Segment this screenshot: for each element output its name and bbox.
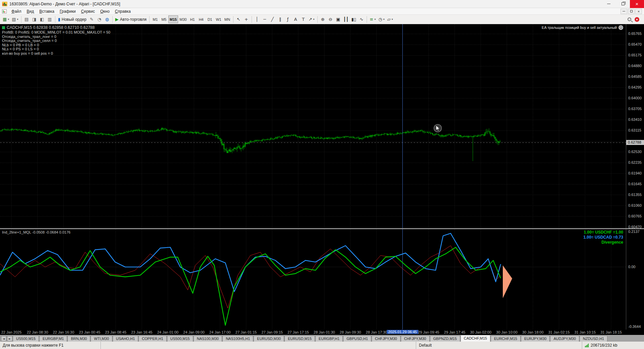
time-axis[interactable]: 22 Jan 202522 Jan 08:3022 Jan 16:3023 Ja…: [0, 330, 644, 335]
chart-tab-wti-m30[interactable]: WTI,M30: [91, 336, 112, 342]
menu-window[interactable]: Окно: [98, 8, 112, 14]
zoom-out-button[interactable]: ⊖: [327, 15, 334, 23]
line-chart-icon: ∿: [360, 17, 363, 21]
new-chart-button[interactable]: ▦▾: [1, 15, 10, 23]
time-label: 30 Jan 18:00: [522, 330, 544, 334]
indicator-pane[interactable]: Ind_2line+1_MQL -0.0508 -0.0684 0.0176 1…: [0, 229, 626, 330]
timeframe-h4[interactable]: H4: [197, 15, 206, 23]
arrows-button[interactable]: ↗▾: [307, 15, 316, 23]
periods-list-button[interactable]: ◷▾: [377, 15, 386, 23]
chart-tab-copper-h1[interactable]: COPPER,H1: [139, 336, 167, 342]
mdi-restore-button[interactable]: [628, 9, 635, 14]
indicator-lines-layer: [0, 229, 626, 330]
price-label: 0.64880: [628, 64, 642, 68]
price-label: 0.61355: [628, 193, 642, 197]
chart-tab-nas100-m30[interactable]: NAS100,M30: [194, 336, 222, 342]
timeframe-m5[interactable]: M5: [160, 15, 168, 23]
navigator-button[interactable]: ◧: [38, 15, 46, 23]
chart-tab-us500-m15[interactable]: US500,M15: [167, 336, 193, 342]
price-axis[interactable]: 0.657650.654700.651750.648800.645850.642…: [626, 24, 644, 330]
timeframe-w1[interactable]: W1: [214, 15, 223, 23]
new-order-button[interactable]: ▮Новый ордер: [57, 15, 88, 23]
tabs-scroll-right[interactable]: ►: [7, 336, 12, 341]
timeframe-m1[interactable]: M1: [151, 15, 160, 23]
templates-button[interactable]: ▱▾: [386, 15, 394, 23]
candlesticks-button[interactable]: ▮▯: [350, 15, 358, 23]
mdi-close-button[interactable]: ×: [635, 9, 642, 14]
chart-window-icon[interactable]: [2, 9, 7, 13]
main-chart-pane[interactable]: CADCHF,M15 0.62838 0.62858 0.62710 0.627…: [0, 24, 626, 228]
restore-button[interactable]: [616, 0, 630, 8]
chart-tab-chfjpy-m30[interactable]: CHFJPY,M30: [401, 336, 430, 342]
cursor-button[interactable]: ↖: [235, 15, 243, 23]
strategy-tester-button[interactable]: ◔: [96, 15, 103, 23]
menu-view[interactable]: Вид: [24, 8, 37, 14]
trendline-button[interactable]: ╱: [269, 15, 276, 23]
text-label-icon: T: [302, 17, 305, 21]
zoom-in-button[interactable]: ⊕: [319, 15, 327, 23]
tabs-scroll-left[interactable]: ◄: [1, 336, 6, 341]
chart-tab-brn-m30[interactable]: BRN,M30: [67, 336, 90, 342]
chart-tab-audjpy-m30[interactable]: AUDJPY,M30: [550, 336, 579, 342]
auto-trading-button[interactable]: ▶Авто-торговля: [114, 15, 148, 23]
menu-file[interactable]: Файл: [9, 8, 24, 14]
chart-tab-gbpnzd-m15[interactable]: GBPNZD,M15: [430, 336, 460, 342]
chart-tab-nas100h5-h1[interactable]: NAS100H5,H1: [222, 336, 253, 342]
search-icon[interactable]: [628, 17, 631, 21]
close-button[interactable]: ×: [630, 0, 644, 8]
menu-charts[interactable]: Графики: [57, 8, 78, 14]
timeframe-h1[interactable]: H1: [188, 15, 197, 23]
chart-tab-gbpusd-h1[interactable]: GBPUSD,H1: [343, 336, 371, 342]
chart-tab-chfjpy-m30[interactable]: CHFJPY,M30: [372, 336, 400, 342]
chart-tab-cadchf-m15[interactable]: CADCHF,M15: [461, 335, 490, 342]
notifications-icon[interactable]: ●: [635, 17, 639, 22]
chart-area[interactable]: CADCHF,M15 0.62838 0.62858 0.62710 0.627…: [0, 24, 644, 330]
crosshair-time-label: 2025.01.29 06:45: [387, 330, 418, 334]
pane-separator[interactable]: [0, 228, 644, 229]
chart-tab-us500-m15[interactable]: US500,M15: [13, 336, 39, 342]
menu-help[interactable]: Справка: [112, 8, 133, 14]
mql5-community-button[interactable]: ◍: [103, 15, 111, 23]
indicators-list-button[interactable]: ≡▾: [368, 15, 377, 23]
dropdown-arrow-icon: ▾: [374, 18, 376, 21]
price-label: 0.60765: [628, 214, 642, 218]
status-profile[interactable]: Default: [416, 342, 582, 349]
timeframe-m15[interactable]: M15: [168, 15, 178, 23]
crosshair-button[interactable]: +: [243, 15, 250, 23]
bar-chart-button[interactable]: ┃┃: [342, 15, 350, 23]
minimize-button[interactable]: [602, 0, 616, 8]
bid-price-tag: 0.62788: [626, 140, 644, 145]
mdi-window-controls: ×: [621, 9, 644, 14]
market-watch-button[interactable]: ▤: [23, 15, 31, 23]
chart-tab-usaho-h1[interactable]: USAHO,H1: [113, 336, 138, 342]
menu-insert[interactable]: Вставка: [37, 8, 57, 14]
text-label-button[interactable]: T: [300, 15, 307, 23]
chart-tab-eurchf-m15[interactable]: EURCHF,M15: [491, 336, 521, 342]
chart-tab-eurjpy-m30[interactable]: EURJPY,M30: [521, 336, 550, 342]
menu-service[interactable]: Сервис: [78, 8, 98, 14]
line-chart-button[interactable]: ∿: [358, 15, 365, 23]
text-button[interactable]: A: [292, 15, 300, 23]
terminal-button[interactable]: ▥: [46, 15, 54, 23]
timeframe-mn[interactable]: MN: [223, 15, 232, 23]
chart-tab-eurgbp-m1[interactable]: EURGBP,M1: [39, 336, 67, 342]
status-bar: Для вызова справки нажмите F1 Default 20…: [0, 342, 644, 349]
mdi-minimize-button[interactable]: [621, 9, 627, 14]
vertical-line-button[interactable]: │: [253, 15, 261, 23]
chart-tab-eurusd-m30[interactable]: EURUSD,M30: [254, 336, 284, 342]
timeframe-m30[interactable]: M30: [178, 15, 188, 23]
horizontal-line-button[interactable]: ─: [261, 15, 269, 23]
metaeditor-button[interactable]: ✎: [88, 15, 96, 23]
ea-smiley-icon[interactable]: ☺: [619, 25, 623, 30]
equidistant-channel-button[interactable]: ∥: [276, 15, 284, 23]
profiles-button[interactable]: ▧▾: [10, 15, 19, 23]
tile-windows-button[interactable]: ▣: [334, 15, 342, 23]
timeframe-d1[interactable]: D1: [206, 15, 214, 23]
ea-name-label: EA тральщик позиций buy и sell актуальны…: [542, 25, 623, 30]
data-window-button[interactable]: ◨: [31, 15, 38, 23]
fibonacci-button[interactable]: ƒ: [284, 15, 292, 23]
time-label: 27 Jan 01:15: [235, 330, 257, 334]
chart-tab-eurgbp-h1[interactable]: EURGBP,H1: [315, 336, 343, 342]
chart-tab-eurusd-m15[interactable]: EURUSD,M15: [284, 336, 315, 342]
chart-tab-nzdusd-h1[interactable]: NZDUSD,H1: [580, 336, 607, 342]
